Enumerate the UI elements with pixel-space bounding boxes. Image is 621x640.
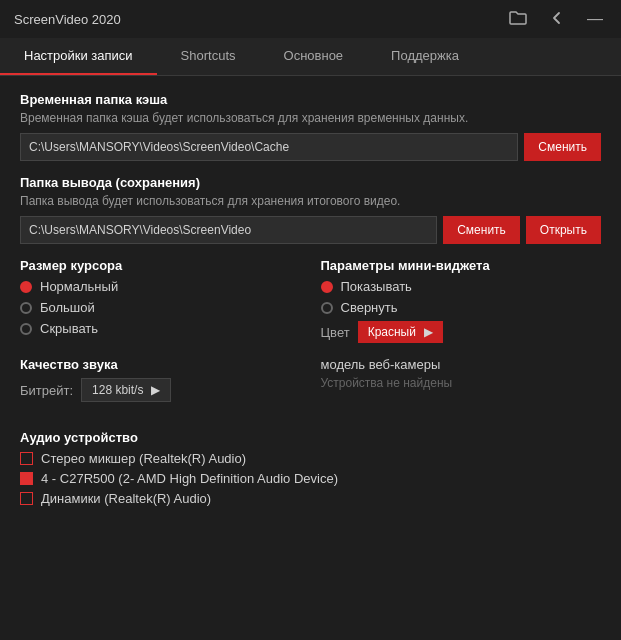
output-title: Папка вывода (сохранения) <box>20 175 601 190</box>
audio-device-section: Аудио устройство Стерео микшер (Realtek(… <box>20 430 601 506</box>
app-title: ScreenVideo 2020 <box>14 12 121 27</box>
cursor-normal-label: Нормальный <box>40 279 118 294</box>
cache-title: Временная папка кэша <box>20 92 601 107</box>
output-desc: Папка вывода будет использоваться для хр… <box>20 194 601 208</box>
bitrate-select[interactable]: 128 kbit/s ▶ <box>81 378 171 402</box>
bitrate-row: Битрейт: 128 kbit/s ▶ <box>20 378 301 402</box>
audio-device-label-1: 4 - C27R500 (2- AMD High Definition Audi… <box>41 471 338 486</box>
widget-hide-radio[interactable] <box>321 302 333 314</box>
color-label: Цвет <box>321 325 350 340</box>
widget-show-label: Показывать <box>341 279 412 294</box>
bitrate-arrow-button[interactable]: ▶ <box>151 383 160 397</box>
audio-device-checkbox-1[interactable] <box>20 472 33 485</box>
audio-device-item-1[interactable]: 4 - C27R500 (2- AMD High Definition Audi… <box>20 471 601 486</box>
titlebar-controls: — <box>505 8 607 31</box>
cache-change-button[interactable]: Сменить <box>524 133 601 161</box>
widget-show-radio[interactable] <box>321 281 333 293</box>
webcam-section: модель веб-камеры Устройства не найдены <box>321 357 602 416</box>
color-row: Цвет Красный ▶ <box>321 321 602 343</box>
mini-widget-section: Параметры мини-виджета Показывать Сверну… <box>321 258 602 343</box>
color-arrow-button[interactable]: ▶ <box>424 325 433 339</box>
output-section: Папка вывода (сохранения) Папка вывода б… <box>20 175 601 244</box>
cursor-large-item[interactable]: Большой <box>20 300 301 315</box>
cursor-hide-label: Скрывать <box>40 321 98 336</box>
tab-basic[interactable]: Основное <box>260 38 368 75</box>
cache-path-input[interactable] <box>20 133 518 161</box>
content-area: Временная папка кэша Временная папка кэш… <box>0 76 621 636</box>
two-col-row: Размер курсора Нормальный Большой Скрыва… <box>20 258 601 343</box>
cursor-large-label: Большой <box>40 300 95 315</box>
audio-device-checkbox-0[interactable] <box>20 452 33 465</box>
cache-section: Временная папка кэша Временная папка кэш… <box>20 92 601 161</box>
color-select-button[interactable]: Красный ▶ <box>358 321 443 343</box>
tab-bar: Настройки записи Shortcuts Основное Подд… <box>0 38 621 76</box>
mini-widget-radio-group: Показывать Свернуть <box>321 279 602 315</box>
audio-device-label-0: Стерео микшер (Realtek(R) Audio) <box>41 451 246 466</box>
widget-show-item[interactable]: Показывать <box>321 279 602 294</box>
output-change-button[interactable]: Сменить <box>443 216 520 244</box>
cursor-hide-radio[interactable] <box>20 323 32 335</box>
cache-desc: Временная папка кэша будет использоватьс… <box>20 111 601 125</box>
audio-device-item-0[interactable]: Стерео микшер (Realtek(R) Audio) <box>20 451 601 466</box>
cursor-radio-group: Нормальный Большой Скрывать <box>20 279 301 336</box>
tab-settings[interactable]: Настройки записи <box>0 38 157 75</box>
minimize-button[interactable]: — <box>583 9 607 29</box>
widget-hide-label: Свернуть <box>341 300 398 315</box>
output-path-row: Сменить Открыть <box>20 216 601 244</box>
widget-hide-item[interactable]: Свернуть <box>321 300 602 315</box>
folder-button[interactable] <box>505 8 531 31</box>
output-open-button[interactable]: Открыть <box>526 216 601 244</box>
color-value: Красный <box>368 325 416 339</box>
webcam-title: модель веб-камеры <box>321 357 602 372</box>
cursor-section: Размер курсора Нормальный Большой Скрыва… <box>20 258 301 343</box>
audio-device-item-2[interactable]: Динамики (Realtek(R) Audio) <box>20 491 601 506</box>
audio-device-label-2: Динамики (Realtek(R) Audio) <box>41 491 211 506</box>
cursor-normal-radio[interactable] <box>20 281 32 293</box>
webcam-none: Устройства не найдены <box>321 376 602 390</box>
bitrate-label: Битрейт: <box>20 383 73 398</box>
cache-path-row: Сменить <box>20 133 601 161</box>
bitrate-value: 128 kbit/s <box>92 383 143 397</box>
audio-webcam-row: Качество звука Битрейт: 128 kbit/s ▶ мод… <box>20 357 601 416</box>
mini-widget-title: Параметры мини-виджета <box>321 258 602 273</box>
audio-quality-title: Качество звука <box>20 357 301 372</box>
back-button[interactable] <box>545 8 569 31</box>
cursor-hide-item[interactable]: Скрывать <box>20 321 301 336</box>
tab-support[interactable]: Поддержка <box>367 38 483 75</box>
cursor-large-radio[interactable] <box>20 302 32 314</box>
titlebar: ScreenVideo 2020 — <box>0 0 621 38</box>
audio-device-checkbox-2[interactable] <box>20 492 33 505</box>
audio-device-title: Аудио устройство <box>20 430 601 445</box>
output-path-input[interactable] <box>20 216 437 244</box>
tab-shortcuts[interactable]: Shortcuts <box>157 38 260 75</box>
cursor-title: Размер курсора <box>20 258 301 273</box>
audio-quality-section: Качество звука Битрейт: 128 kbit/s ▶ <box>20 357 301 416</box>
cursor-normal-item[interactable]: Нормальный <box>20 279 301 294</box>
